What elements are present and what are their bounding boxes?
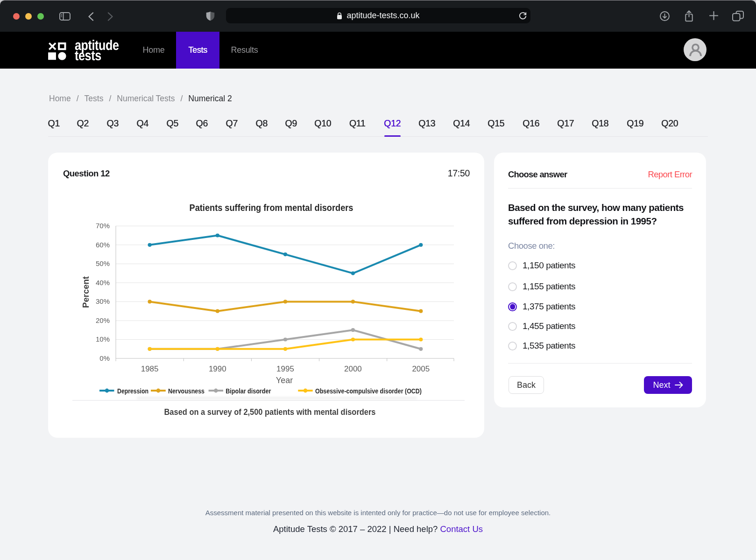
svg-text:2005: 2005: [412, 364, 430, 373]
svg-text:2000: 2000: [344, 364, 362, 373]
svg-text:70%: 70%: [96, 222, 110, 230]
svg-text:50%: 50%: [96, 259, 110, 267]
svg-text:Obsessive-compulsive disorder: Obsessive-compulsive disorder (OCD): [315, 387, 422, 395]
svg-text:1985: 1985: [141, 364, 159, 373]
svg-text:10%: 10%: [96, 335, 110, 343]
svg-text:Patients suffering from mental: Patients suffering from mental disorders: [190, 202, 353, 213]
svg-text:30%: 30%: [96, 297, 110, 305]
svg-text:Year: Year: [276, 376, 293, 385]
svg-text:Nervousness: Nervousness: [168, 387, 205, 395]
svg-text:40%: 40%: [96, 279, 110, 287]
svg-text:Based on a survey of 2,500 pat: Based on a survey of 2,500 patients with…: [164, 407, 376, 417]
svg-text:Percent: Percent: [81, 276, 91, 308]
svg-text:1995: 1995: [276, 364, 294, 373]
svg-text:Bipolar disorder: Bipolar disorder: [226, 387, 271, 395]
svg-text:20%: 20%: [96, 316, 110, 324]
svg-text:1990: 1990: [209, 364, 226, 373]
svg-text:0%: 0%: [99, 354, 110, 362]
svg-text:60%: 60%: [96, 241, 110, 249]
svg-text:tests: tests: [75, 48, 101, 63]
svg-text:Depression: Depression: [117, 387, 148, 395]
